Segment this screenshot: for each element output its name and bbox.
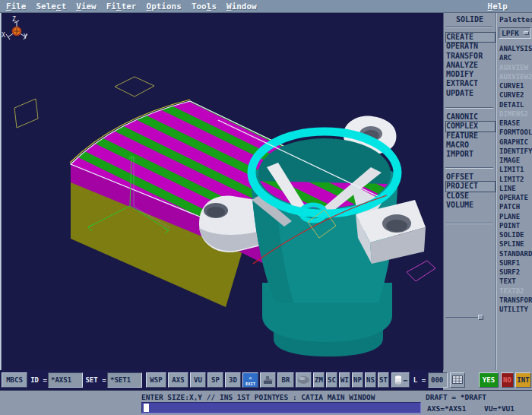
palette-utility[interactable]: UTILITY [499, 305, 532, 314]
keypad-button[interactable] [450, 372, 465, 388]
solide-group-create: CREATE OPERATN TRANSFOR ANALYZE MODIFY E… [446, 33, 495, 98]
palette-detail[interactable]: DETAIL [499, 100, 532, 109]
wireframe-plane-top [115, 77, 154, 97]
machine-icon-button[interactable] [260, 372, 276, 388]
set-field[interactable]: *SET1 [107, 372, 142, 388]
axs-button[interactable]: AXS [168, 372, 188, 388]
palette-line[interactable]: LINE [499, 184, 532, 193]
menu-item-feature[interactable]: FEATURE [446, 131, 495, 141]
set-label: SET = [85, 372, 106, 388]
yes-button[interactable]: YES [479, 372, 499, 388]
palette-surf1[interactable]: SURF1 [499, 258, 532, 268]
menu-item-analyze[interactable]: ANALYZE [446, 61, 495, 70]
shade-icon-button[interactable] [296, 372, 312, 388]
dropdown-fold-icon [524, 31, 529, 35]
sp-button[interactable]: SP [207, 372, 223, 388]
menu-file[interactable]: File [6, 2, 27, 11]
menu-view[interactable]: View [76, 2, 97, 11]
menu-item-canonic[interactable]: CANONIC [446, 112, 495, 122]
palette-formtool[interactable]: FORMTOOL [499, 128, 532, 137]
solide-separator-2 [445, 167, 493, 169]
menu-item-extract[interactable]: EXTRACT [446, 79, 495, 88]
palette-spline[interactable]: SPLINE [499, 239, 532, 249]
palette-text[interactable]: TEXT [499, 277, 532, 286]
palettes-list: ANALYSIS ARC AUXVIEW AUXVIEW2 CURVE1 CUR… [499, 44, 532, 314]
draft-status: DRAFT = *DRAFT [426, 393, 486, 401]
zm-button[interactable]: ZM [313, 372, 325, 388]
palette-plane[interactable]: PLANE [499, 212, 532, 221]
no-button[interactable]: NO [501, 372, 514, 388]
id-field[interactable]: *AXS1 [48, 372, 83, 388]
palette-patch[interactable]: PATCH [499, 202, 532, 211]
panel-slider[interactable] [445, 315, 482, 320]
menu-item-modify[interactable]: MODIFY [446, 70, 495, 79]
layer-field[interactable]: 000 [428, 372, 448, 388]
id-label: ID = [30, 372, 47, 388]
br-button[interactable]: BR [277, 372, 294, 388]
menu-item-macro[interactable]: MACRO [446, 141, 495, 150]
viewport-3d[interactable]: Z X Y [2, 13, 443, 370]
menu-bar: File Select View Filter Options Tools Wi… [0, 0, 532, 13]
palette-limit2[interactable]: LIMIT2 [499, 175, 532, 184]
layer-label: L = [412, 372, 427, 388]
menu-item-project[interactable]: PROJECT [446, 182, 495, 191]
mbcs-button[interactable]: MBCS [2, 372, 27, 388]
palette-curve1[interactable]: CURVE1 [499, 81, 532, 90]
solide-separator-3 [445, 223, 493, 224]
exit-house-icon: ⌂ [249, 375, 252, 380]
menu-help[interactable]: Help [488, 2, 508, 11]
menu-item-operatn[interactable]: OPERATN [446, 42, 495, 51]
palette-identify[interactable]: IDENTIFY [499, 147, 532, 156]
menu-item-close[interactable]: CLOSE [446, 192, 495, 201]
palette-analysis[interactable]: ANALYSIS [499, 44, 532, 53]
menu-item-complex[interactable]: COMPLEX [446, 122, 495, 131]
layer-filter-button[interactable] [391, 372, 410, 388]
palette-solide[interactable]: SOLIDE [499, 230, 532, 239]
palette-operate[interactable]: OPERATE [499, 193, 532, 202]
sc-button[interactable]: SC [326, 372, 337, 388]
menu-item-volume[interactable]: VOLUME [446, 201, 495, 210]
palette-point[interactable]: POINT [499, 221, 532, 230]
panel-slider-track [445, 317, 482, 318]
palette-image[interactable]: IMAGE [499, 156, 532, 165]
wsp-button[interactable]: WSP [146, 372, 166, 388]
solide-title-rule [446, 27, 492, 28]
menu-item-offset[interactable]: OFFSET [446, 173, 495, 182]
palette-graphic[interactable]: GRAPHIC [499, 138, 532, 147]
int-button[interactable]: INT [515, 372, 531, 388]
bottom-toolbar: MBCS ID = *AXS1 SET = *SET1 WSP AXS VU S… [0, 370, 532, 390]
menu-window[interactable]: Window [226, 2, 257, 11]
palette-transfor[interactable]: TRANSFOR [499, 296, 532, 305]
palette-limit1[interactable]: LIMIT1 [499, 165, 532, 174]
palette-erase[interactable]: ERASE [499, 119, 532, 128]
menu-item-transfor[interactable]: TRANSFOR [446, 52, 495, 61]
window-message: YES : CATIA MAIN WINDOW [275, 393, 375, 401]
svg-text:Z: Z [12, 16, 16, 23]
palette-auxview2: AUXVIEW2 [499, 72, 532, 81]
palette-auxview: AUXVIEW [499, 63, 532, 72]
st-button[interactable]: ST [378, 372, 389, 388]
palettes-dropdown[interactable]: LPFK [499, 27, 531, 39]
menu-select[interactable]: Select [36, 2, 67, 11]
menu-item-create[interactable]: CREATE [446, 33, 495, 42]
menu-item-update[interactable]: UPDATE [446, 89, 495, 98]
panel-slider-handle[interactable] [478, 315, 483, 320]
threed-button[interactable]: 3D [225, 372, 241, 388]
right-panel: SOLIDE CREATE OPERATN TRANSFOR ANALYZE M… [443, 13, 532, 370]
menu-filter[interactable]: Filter [106, 2, 137, 11]
wi-button[interactable]: WI [339, 372, 350, 388]
vu-button[interactable]: VU [190, 372, 206, 388]
palette-arc[interactable]: ARC [499, 53, 532, 62]
menu-tools[interactable]: Tools [192, 2, 217, 11]
menu-item-import[interactable]: IMPORT [446, 150, 495, 159]
ns-button[interactable]: NS [365, 372, 376, 388]
palette-surf2[interactable]: SURF2 [499, 268, 532, 277]
command-input[interactable] [141, 402, 421, 413]
palette-standard[interactable]: STANDARD [499, 249, 532, 258]
wireframe-plane-left [14, 99, 38, 128]
palette-curve2[interactable]: CURVE2 [499, 90, 532, 100]
exit-button[interactable]: ⌂EXIT [242, 372, 258, 388]
keypad-grid-icon [452, 375, 463, 384]
menu-options[interactable]: Options [147, 2, 182, 11]
np-button[interactable]: NP [352, 372, 363, 388]
